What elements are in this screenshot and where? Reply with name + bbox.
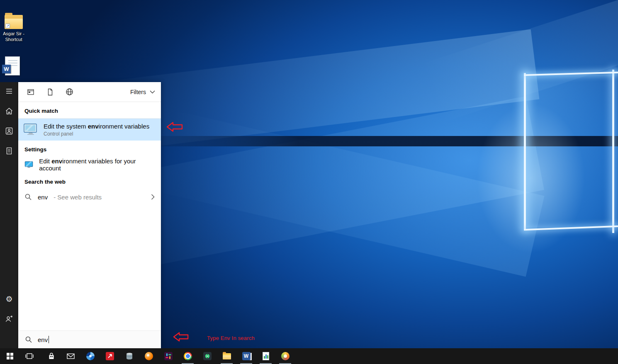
- taskbar-database-app[interactable]: [119, 348, 139, 364]
- taskbar-mail-button[interactable]: [61, 348, 80, 364]
- desktop-icon-label: Asgar Sir - Shortcut: [0, 31, 29, 43]
- environment-variables-icon: [24, 161, 33, 169]
- chrome-icon: [184, 352, 192, 360]
- search-input[interactable]: env: [18, 330, 161, 348]
- web-suffix: - See web results: [54, 194, 102, 201]
- taskbar-android-studio-button[interactable]: [197, 348, 217, 364]
- filters-label: Filters: [130, 89, 146, 95]
- search-results: Quick match Edit the system environment …: [18, 102, 161, 330]
- annotation-arrow-search-box: [173, 331, 189, 344]
- wallpaper-light-line: [524, 73, 526, 230]
- document-icon[interactable]: [0, 142, 18, 160]
- blue-pinwheel-icon: [86, 352, 95, 360]
- red-arrow-tile-icon: [106, 352, 114, 360]
- wallpaper-glow: [477, 104, 585, 253]
- apps-filter-icon[interactable]: [21, 82, 40, 102]
- windows-logo-icon: [7, 353, 13, 359]
- result-title: Edit the system environment variables: [44, 123, 149, 130]
- search-flyout: Filters Quick match Edit the system envi…: [18, 82, 161, 348]
- result-edit-system-environment-variables[interactable]: Edit the system environment variables Co…: [18, 119, 161, 141]
- home-icon[interactable]: [0, 102, 18, 120]
- search-input-value: env: [38, 336, 48, 343]
- taskbar-chrome-button[interactable]: [178, 348, 197, 364]
- taskbar-red-arrow-app[interactable]: [100, 348, 119, 364]
- media-swirl-icon: [281, 352, 290, 360]
- windows-desktop: ↗ Asgar Sir - Shortcut W ⚙: [0, 0, 618, 364]
- search-icon: [25, 336, 32, 343]
- orange-circle-icon: [145, 352, 153, 360]
- taskbar-store-button[interactable]: [41, 348, 61, 364]
- rail-spacer: [0, 162, 18, 290]
- chevron-down-icon: [150, 90, 155, 94]
- file-explorer-icon: [223, 353, 231, 359]
- web-query: env: [38, 194, 48, 201]
- start-rail: ⚙: [0, 82, 18, 348]
- settings-gear-icon[interactable]: ⚙: [0, 290, 18, 308]
- taskbar-file-explorer-button[interactable]: [217, 348, 236, 364]
- search-filter-tabs: Filters: [18, 82, 161, 102]
- wallpaper-light-line: [612, 70, 614, 233]
- annotation-arrow-quick-match: [166, 121, 183, 134]
- taskbar-slack-button[interactable]: [158, 348, 178, 364]
- start-button[interactable]: [0, 348, 19, 364]
- task-view-button[interactable]: [19, 348, 39, 364]
- result-title: Edit environment variables for your acco…: [39, 158, 155, 172]
- settings-section-header: Settings: [18, 141, 161, 156]
- switch-account-icon[interactable]: [0, 310, 18, 328]
- result-subtitle: Control panel: [44, 131, 149, 137]
- desktop-icon-word-document[interactable]: W: [0, 56, 28, 75]
- contact-icon[interactable]: [0, 122, 18, 140]
- filters-button[interactable]: Filters: [130, 89, 155, 95]
- quick-match-header: Quick match: [18, 102, 161, 119]
- word-document-icon: W: [5, 56, 20, 75]
- taskbar-word-button[interactable]: W: [236, 348, 256, 364]
- taskbar-blue-pinwheel-app[interactable]: [80, 348, 100, 364]
- web-filter-icon[interactable]: [60, 82, 79, 102]
- web-section-header: Search the web: [18, 173, 161, 189]
- chevron-right-icon[interactable]: [151, 194, 155, 200]
- hamburger-menu-icon[interactable]: [0, 82, 18, 100]
- system-properties-icon: [23, 123, 38, 136]
- documents-filter-icon[interactable]: [40, 82, 60, 102]
- shortcut-arrow-icon: ↗: [5, 24, 10, 28]
- word-icon: W: [242, 352, 251, 360]
- folder-icon: ↗: [5, 15, 23, 29]
- taskbar-media-app[interactable]: [275, 348, 295, 364]
- taskbar-orange-circle-app[interactable]: [139, 348, 158, 364]
- annotation-note: Type Env In search: [207, 335, 255, 341]
- result-see-web-results[interactable]: env - See web results: [18, 189, 161, 205]
- search-icon: [24, 193, 32, 201]
- taskbar: W: [0, 348, 618, 364]
- desktop-icon-folder-shortcut[interactable]: ↗ Asgar Sir - Shortcut: [0, 15, 29, 43]
- text-caret: [49, 336, 49, 343]
- chart-document-icon: [263, 352, 269, 360]
- result-edit-environment-variables-account[interactable]: Edit environment variables for your acco…: [18, 156, 161, 173]
- taskbar-chart-document-app[interactable]: [256, 348, 275, 364]
